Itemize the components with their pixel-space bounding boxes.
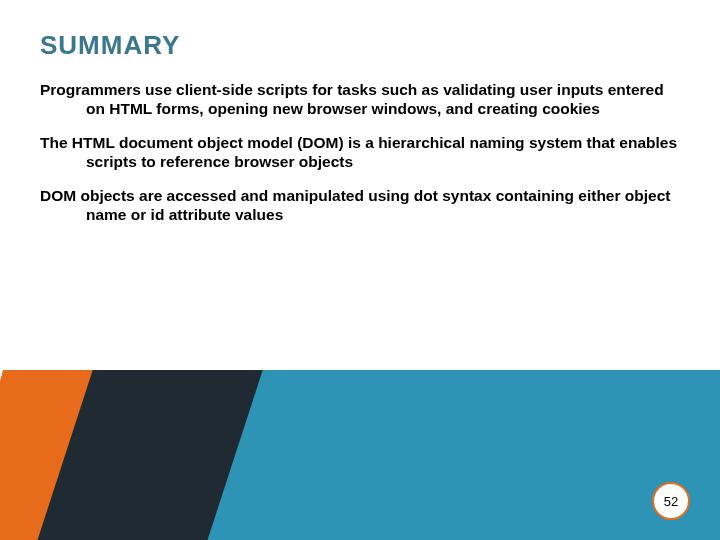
page-number: 52 (664, 494, 678, 509)
paragraph: The HTML document object model (DOM) is … (40, 133, 680, 172)
footer-shape-teal (120, 370, 720, 540)
footer-shape-dark (21, 370, 288, 540)
slide-title: SUMMARY (40, 30, 180, 61)
footer-decoration (0, 370, 720, 540)
slide-body: Programmers use client-side scripts for … (40, 80, 680, 238)
slide: SUMMARY Programmers use client-side scri… (0, 0, 720, 540)
paragraph: Programmers use client-side scripts for … (40, 80, 680, 119)
paragraph: DOM objects are accessed and manipulated… (40, 186, 680, 225)
page-number-badge: 52 (652, 482, 690, 520)
footer-shape-orange (0, 370, 279, 540)
